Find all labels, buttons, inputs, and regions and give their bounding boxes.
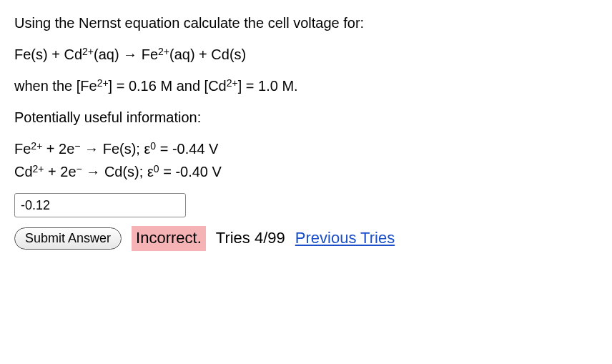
submit-answer-button[interactable]: Submit Answer xyxy=(14,227,122,250)
half-reaction-part: + 2e xyxy=(42,141,74,157)
half-reaction-part: → Fe(s); ε xyxy=(81,141,151,157)
zero-superscript: 0 xyxy=(150,140,156,152)
reaction-equation: Fe(s) + Cd2+(aq) → Fe2+(aq) + Cd(s) xyxy=(14,44,598,64)
half-reaction-part: = -0.40 V xyxy=(159,164,222,179)
half-reaction-1: Fe2+ + 2e− → Fe(s); ε0 = -0.44 V xyxy=(14,139,598,159)
charge-superscript: 2+ xyxy=(97,77,109,89)
tries-counter: Tries 4/99 xyxy=(216,227,285,250)
zero-superscript: 0 xyxy=(154,163,159,174)
half-reaction-part: → Cd(s); ε xyxy=(82,164,154,179)
half-reaction-2: Cd2+ + 2e− → Cd(s); ε0 = -0.40 V xyxy=(14,162,598,182)
half-reaction-part: = -0.44 V xyxy=(156,141,218,157)
charge-superscript: 2+ xyxy=(158,46,169,57)
reaction-part: (aq) + Cd(s) xyxy=(169,46,246,62)
half-reaction-part: Cd xyxy=(14,164,33,179)
charge-superscript: 2+ xyxy=(227,77,238,89)
charge-superscript: 2+ xyxy=(31,140,42,152)
conditions-line: when the [Fe2+] = 0.16 M and [Cd2+] = 1.… xyxy=(14,76,598,96)
previous-tries-link[interactable]: Previous Tries xyxy=(295,227,395,250)
condition-part: when the [Fe xyxy=(14,78,97,94)
half-reaction-part: + 2e xyxy=(44,164,76,179)
minus-superscript: − xyxy=(76,163,82,174)
half-reaction-part: Fe xyxy=(14,141,31,157)
minus-superscript: − xyxy=(74,140,80,152)
charge-superscript: 2+ xyxy=(33,163,44,174)
condition-part: ] = 0.16 M and [Cd xyxy=(109,78,227,94)
reaction-part: Fe(s) + Cd xyxy=(14,46,82,62)
condition-part: ] = 1.0 M. xyxy=(238,78,298,94)
charge-superscript: 2+ xyxy=(82,46,94,57)
reaction-part: (aq) → Fe xyxy=(94,46,158,62)
question-intro: Using the Nernst equation calculate the … xyxy=(14,13,598,33)
status-badge: Incorrect. xyxy=(132,226,206,251)
useful-info-header: Potentially useful information: xyxy=(14,107,598,127)
submit-row: Submit Answer Incorrect. Tries 4/99 Prev… xyxy=(14,226,598,251)
answer-input[interactable] xyxy=(14,193,186,217)
